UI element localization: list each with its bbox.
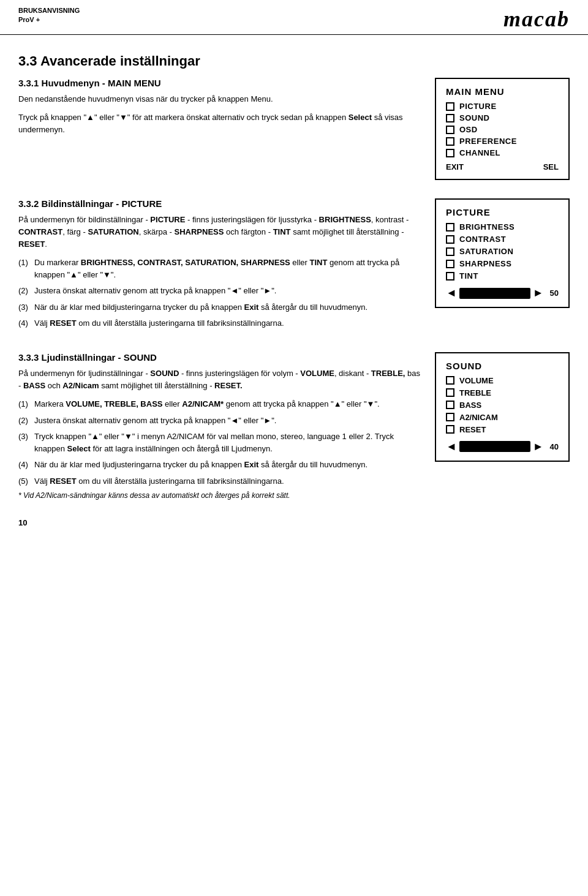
main-menu-title: MAIN MENU [446, 86, 559, 97]
section-main-title: 3.3 Avancerade inställningar [18, 53, 570, 69]
main-menu-box-container: MAIN MENU PICTURE SOUND OSD PREFERENCE [435, 78, 570, 180]
sound-slider-bar [459, 441, 530, 452]
sound-slider-right-arrow[interactable]: ► [533, 440, 544, 453]
menu-item-sound: SOUND [446, 113, 559, 122]
checkbox-sound [446, 114, 454, 122]
menu-exit-label: EXIT [446, 162, 464, 171]
subsection-333-body: På undermenyn för ljudinställningar - SO… [18, 367, 423, 392]
menu-item-sharpness: SHARPNESS [446, 259, 559, 268]
list-item: (3) När du är klar med bildjusteringarna… [18, 301, 423, 314]
checkbox-a2nicam [446, 413, 454, 421]
doc-title-line1: BRUKSANVISNING [18, 6, 80, 15]
menu-item-brightness: BRIGHTNESS [446, 222, 559, 232]
menu-item-tint: TINT [446, 271, 559, 280]
doc-title-line2: ProV + [18, 15, 80, 24]
sound-menu-title: SOUND [446, 361, 559, 371]
picture-menu-box-container: PICTURE BRIGHTNESS CONTRAST SATURATION S… [435, 198, 570, 334]
list-item: (3) Tryck knappen "▲" eller "▼" i menyn … [18, 431, 423, 454]
menu-item-saturation: SATURATION [446, 247, 559, 256]
menu-item-preference: PREFERENCE [446, 137, 559, 146]
checkbox-preference [446, 137, 454, 146]
section-332: 3.3.2 Bildinställningar - PICTURE På und… [18, 198, 570, 334]
menu-item-reset: RESET [446, 425, 559, 434]
checkbox-sharpness [446, 260, 454, 268]
slider-left-arrow[interactable]: ◄ [446, 287, 457, 299]
list-item: (5) Välj RESET om du vill återställa jus… [18, 475, 423, 488]
subsection-332-body: På undermenyn för bildinställningar - PI… [18, 214, 423, 250]
picture-slider-row: ◄ ► 50 [446, 287, 559, 299]
page-header: BRUKSANVISNING ProV + macab [0, 0, 588, 35]
section-331-left: 3.3.1 Huvudmenyn - MAIN MENU Den nedanst… [18, 78, 423, 180]
list-item: (4) Välj RESET om du vill återställa jus… [18, 317, 423, 329]
sound-note: * Vid A2/Nicam-sändningar känns dessa av… [18, 491, 423, 500]
list-item: (1) Du markerar BRIGHTNESS, CONTRAST, SA… [18, 257, 423, 280]
subsection-332-title: 3.3.2 Bildinställningar - PICTURE [18, 198, 423, 209]
subsection-331-body2: Tryck på knappen "▲" eller "▼" för att m… [18, 111, 423, 136]
sound-slider-row: ◄ ► 40 [446, 440, 559, 453]
menu-item-contrast: CONTRAST [446, 235, 559, 244]
checkbox-tint [446, 272, 454, 280]
main-menu-footer: EXIT SEL [446, 162, 559, 171]
menu-item-channel: CHANNEL [446, 148, 559, 157]
sound-slider-value: 40 [550, 442, 559, 451]
document-title: BRUKSANVISNING ProV + [18, 6, 80, 25]
menu-item-treble: TREBLE [446, 388, 559, 397]
section-332-left: 3.3.2 Bildinställningar - PICTURE På und… [18, 198, 423, 334]
list-item: (4) När du är klar med ljudjusteringarna… [18, 459, 423, 471]
subsection-333-title: 3.3.3 Ljudinställningar - SOUND [18, 352, 423, 363]
checkbox-channel [446, 149, 454, 157]
checkbox-osd [446, 126, 454, 134]
section-332-list: (1) Du markerar BRIGHTNESS, CONTRAST, SA… [18, 257, 423, 329]
picture-menu-box: PICTURE BRIGHTNESS CONTRAST SATURATION S… [435, 198, 570, 308]
checkbox-saturation [446, 247, 454, 256]
section-333-list: (1) Markera VOLUME, TREBLE, BASS eller A… [18, 398, 423, 487]
page-content: 3.3 Avancerade inställningar 3.3.1 Huvud… [0, 35, 588, 540]
checkbox-contrast [446, 235, 454, 244]
sound-menu-box: SOUND VOLUME TREBLE BASS A2/NICAM [435, 352, 570, 462]
menu-item-osd: OSD [446, 125, 559, 134]
brand-logo: macab [503, 6, 570, 32]
menu-item-bass: BASS [446, 401, 559, 410]
checkbox-treble [446, 388, 454, 397]
checkbox-reset [446, 425, 454, 434]
menu-item-a2nicam: A2/NICAM [446, 413, 559, 422]
menu-item-volume: VOLUME [446, 376, 559, 385]
menu-item-picture: PICTURE [446, 102, 559, 111]
slider-bar [459, 288, 530, 299]
main-menu-box: MAIN MENU PICTURE SOUND OSD PREFERENCE [435, 78, 570, 180]
checkbox-bass [446, 401, 454, 409]
sound-slider-left-arrow[interactable]: ◄ [446, 440, 457, 453]
subsection-331-title: 3.3.1 Huvudmenyn - MAIN MENU [18, 78, 423, 88]
checkbox-volume [446, 376, 454, 385]
checkbox-picture [446, 102, 454, 111]
list-item: (1) Markera VOLUME, TREBLE, BASS eller A… [18, 398, 423, 410]
checkbox-brightness [446, 223, 454, 232]
section-333: 3.3.3 Ljudinställningar - SOUND På under… [18, 352, 570, 500]
slider-right-arrow[interactable]: ► [533, 287, 544, 299]
slider-value: 50 [550, 288, 559, 298]
list-item: (2) Justera önskat alternativ genom att … [18, 285, 423, 297]
subsection-331-body1: Den nedanstående huvudmenyn visas när du… [18, 93, 423, 105]
sound-menu-box-container: SOUND VOLUME TREBLE BASS A2/NICAM [435, 352, 570, 500]
section-333-left: 3.3.3 Ljudinställningar - SOUND På under… [18, 352, 423, 500]
picture-menu-title: PICTURE [446, 207, 559, 217]
section-331: 3.3.1 Huvudmenyn - MAIN MENU Den nedanst… [18, 78, 570, 180]
page-number: 10 [18, 518, 570, 527]
menu-sel-label: SEL [543, 162, 559, 171]
list-item: (2) Justera önskat alternativ genom att … [18, 415, 423, 427]
